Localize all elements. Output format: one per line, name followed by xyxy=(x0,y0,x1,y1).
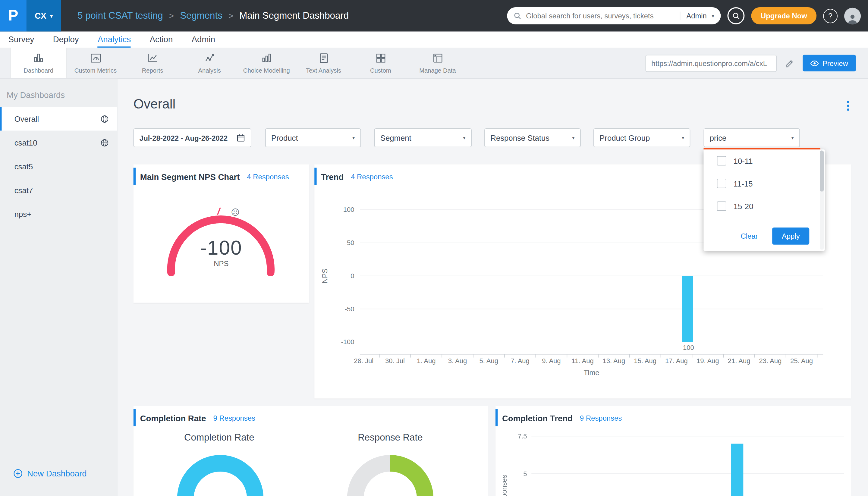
tool-custom[interactable]: Custom xyxy=(352,48,409,78)
preview-label: Preview xyxy=(822,59,848,67)
reports-icon xyxy=(146,52,158,64)
price-option-10-11[interactable]: 10-11 xyxy=(703,150,825,172)
tool-reports[interactable]: Reports xyxy=(124,48,181,78)
sidebar-item-label: nps+ xyxy=(14,210,31,218)
search-input[interactable] xyxy=(522,12,680,20)
tool-label: Choice Modelling xyxy=(243,67,290,74)
product-switcher[interactable]: CX ▾ xyxy=(27,0,61,32)
user-icon xyxy=(846,12,858,24)
svg-text:-100: -100 xyxy=(681,344,694,351)
sidebar-item-csat7[interactable]: csat7 xyxy=(0,178,117,202)
card-title: Completion Trend xyxy=(502,414,573,423)
card-header: Main Segment NPS Chart 4 Responses xyxy=(134,165,309,186)
tool-analysis[interactable]: Analysis xyxy=(181,48,238,78)
svg-text:☹: ☹ xyxy=(231,207,239,217)
search-scope-dropdown[interactable]: Admin ▾ xyxy=(680,12,714,20)
chevron-down-icon: ▾ xyxy=(352,135,355,140)
tool-label: Analysis xyxy=(198,67,221,74)
breadcrumb-current: Main Segment Dashboard xyxy=(239,10,349,21)
page-title: Overall xyxy=(134,96,176,112)
tool-label: Dashboard xyxy=(24,67,53,74)
new-dashboard-button[interactable]: New Dashboard xyxy=(13,469,87,478)
product-group-filter-dropdown[interactable]: Product Group ▾ xyxy=(593,128,690,147)
checkbox[interactable] xyxy=(717,202,726,211)
dashboard-icon xyxy=(32,52,44,64)
scrollbar-track[interactable] xyxy=(820,151,824,250)
completion-rate-donut xyxy=(177,455,264,496)
price-option-15-20[interactable]: 15-20 xyxy=(703,195,825,218)
segment-filter-dropdown[interactable]: Segment ▾ xyxy=(374,128,472,147)
edit-url-icon[interactable] xyxy=(785,59,794,68)
tool-label: Reports xyxy=(142,67,164,74)
nav-item-analytics[interactable]: Analytics xyxy=(98,32,131,48)
global-search: Admin ▾ xyxy=(507,7,721,25)
breadcrumb-survey[interactable]: 5 point CSAT testing xyxy=(77,10,163,21)
choice-modelling-icon xyxy=(260,52,273,64)
manage-data-icon xyxy=(432,52,444,64)
svg-text:1. Aug: 1. Aug xyxy=(417,357,435,365)
response-status-filter-dropdown[interactable]: Response Status ▾ xyxy=(484,128,581,147)
topbar-actions: Admin ▾ Upgrade Now ? xyxy=(507,0,861,32)
sidebar-item-csat5[interactable]: csat5 xyxy=(0,154,117,178)
svg-text:25. Aug: 25. Aug xyxy=(790,357,813,365)
price-filter-dropdown[interactable]: price ▾ xyxy=(703,128,800,147)
tool-label: Custom Metrics xyxy=(75,67,117,74)
option-label: 11-15 xyxy=(733,179,753,188)
help-button[interactable]: ? xyxy=(823,9,838,23)
avatar[interactable] xyxy=(844,7,861,24)
nav-item-action[interactable]: Action xyxy=(150,32,173,48)
sidebar-item-nps-plus[interactable]: nps+ xyxy=(0,202,117,226)
responses-link[interactable]: 4 Responses xyxy=(247,173,289,181)
nav-item-deploy[interactable]: Deploy xyxy=(53,32,79,48)
search-scope-label: Admin xyxy=(686,12,707,20)
dashboard-menu-button[interactable] xyxy=(847,100,849,111)
tool-text-analysis[interactable]: Text Analysis xyxy=(295,48,352,78)
questionpro-logo[interactable]: P xyxy=(0,0,27,32)
checkbox[interactable] xyxy=(717,156,726,166)
responses-link[interactable]: 4 Responses xyxy=(351,173,393,181)
responses-link[interactable]: 9 Responses xyxy=(213,414,255,422)
tool-label: Manage Data xyxy=(419,67,456,74)
price-option-11-15[interactable]: 11-15 xyxy=(703,172,825,195)
primary-nav: Survey Deploy Analytics Action Admin xyxy=(0,32,868,48)
responses-link[interactable]: 9 Responses xyxy=(580,414,622,422)
tool-manage-data[interactable]: Manage Data xyxy=(409,48,466,78)
search-submit-button[interactable] xyxy=(728,7,745,25)
tool-label: Custom xyxy=(370,67,391,74)
svg-text:Responses: Responses xyxy=(500,475,508,496)
upgrade-now-button[interactable]: Upgrade Now xyxy=(751,7,817,25)
dashboards-sidebar: My Dashboards Overall csat10 csat5 csat7… xyxy=(0,79,117,496)
chevron-down-icon: ▾ xyxy=(712,13,714,18)
breadcrumb-segments[interactable]: Segments xyxy=(180,10,222,21)
svg-text:7.5: 7.5 xyxy=(518,432,527,440)
nav-item-survey[interactable]: Survey xyxy=(9,32,34,48)
chevron-down-icon: ▾ xyxy=(682,135,684,140)
dashboard-url-input[interactable] xyxy=(645,55,776,72)
svg-text:30. Jul: 30. Jul xyxy=(385,357,405,365)
eye-icon xyxy=(810,59,819,67)
date-range-picker[interactable]: Jul-28-2022 - Aug-26-2022 xyxy=(134,128,251,147)
search-icon xyxy=(514,12,522,19)
tool-dashboard[interactable]: Dashboard xyxy=(10,48,67,78)
dashboard-content: Overall Jul-28-2022 - Aug-26-2022 Produc… xyxy=(117,79,868,496)
product-filter-dropdown[interactable]: Product ▾ xyxy=(265,128,361,147)
scrollbar-thumb[interactable] xyxy=(820,151,824,192)
chevron-down-icon: ▾ xyxy=(50,13,53,18)
sidebar-item-overall[interactable]: Overall xyxy=(0,107,117,130)
svg-text:-100: -100 xyxy=(341,338,354,346)
apply-button[interactable]: Apply xyxy=(772,228,809,245)
svg-text:11. Aug: 11. Aug xyxy=(572,357,594,365)
nav-item-admin[interactable]: Admin xyxy=(192,32,215,48)
nps-unit-label: NPS xyxy=(134,260,309,268)
date-range-value: Jul-28-2022 - Aug-26-2022 xyxy=(140,134,228,142)
clear-button[interactable]: Clear xyxy=(741,232,758,241)
svg-text:21. Aug: 21. Aug xyxy=(728,357,750,365)
svg-text:50: 50 xyxy=(347,239,354,247)
preview-button[interactable]: Preview xyxy=(803,55,856,72)
breadcrumb-separator: > xyxy=(169,11,174,20)
tool-custom-metrics[interactable]: Custom Metrics xyxy=(67,48,124,78)
sidebar-item-csat10[interactable]: csat10 xyxy=(0,130,117,154)
custom-metrics-icon xyxy=(90,52,102,64)
checkbox[interactable] xyxy=(717,179,726,188)
tool-choice-modelling[interactable]: Choice Modelling xyxy=(238,48,295,78)
